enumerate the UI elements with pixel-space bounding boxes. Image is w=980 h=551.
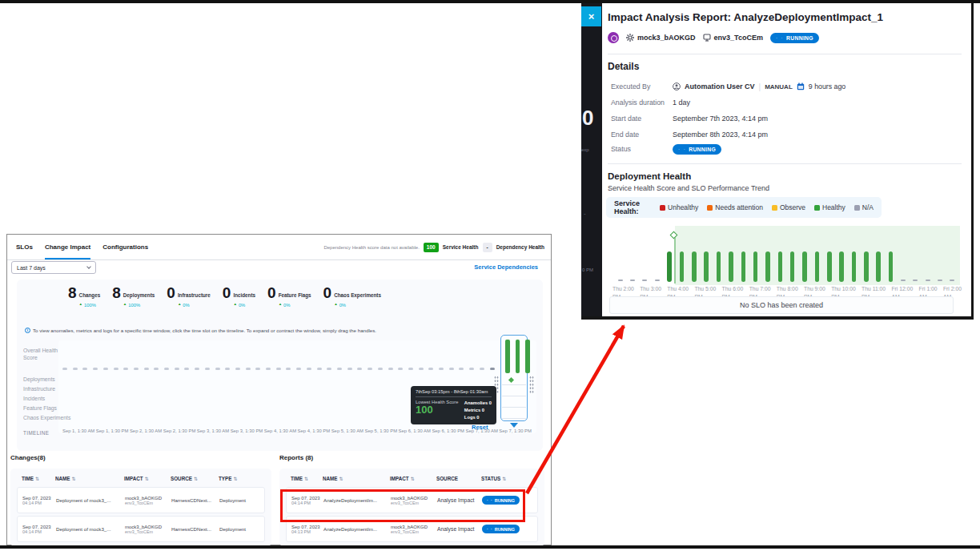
reset-link[interactable]: Reset xyxy=(472,424,488,431)
chart-slot xyxy=(651,280,663,283)
column-header-name[interactable]: NAME⇅ xyxy=(55,476,124,481)
row-time: 04:14 PM xyxy=(291,501,323,505)
trigger-type: MANUAL xyxy=(765,83,793,90)
metric-value: 8 xyxy=(112,285,121,308)
chart-slot xyxy=(860,251,872,282)
metric-value: 0 xyxy=(267,285,276,308)
na-dash xyxy=(144,368,149,370)
bottom-border xyxy=(0,545,980,549)
healthy-bar xyxy=(704,251,709,282)
na-dash xyxy=(655,280,660,282)
timeline-tick: Sep 5, 1:30 PM xyxy=(364,428,397,433)
timeline-tick: Sep 4, 1:30 AM xyxy=(264,428,296,433)
na-dash xyxy=(938,280,942,282)
cell-time: Sep 07, 202304:13 PM xyxy=(287,525,323,534)
divider xyxy=(608,54,962,54)
dependency-health-badge: - xyxy=(483,243,492,252)
timeline-card: 8Changes▲100%8Deployments▲100%0Infrastru… xyxy=(17,280,543,451)
healthy-bar xyxy=(790,251,795,282)
chart-slot xyxy=(701,251,713,282)
timeline-selection-window[interactable] xyxy=(500,335,528,421)
detail-value: 1 day xyxy=(673,99,690,107)
legend-swatch xyxy=(814,205,820,211)
chart-slot xyxy=(614,280,626,283)
tick-line1: Thu 7:00 xyxy=(749,285,771,293)
chart-slot xyxy=(798,251,810,282)
column-header-label: TIME xyxy=(22,476,34,481)
na-dash xyxy=(62,368,67,370)
user-icon xyxy=(673,82,681,90)
tick-line1: Fri 12:00 xyxy=(891,285,913,293)
trend-up-icon: ▲ xyxy=(79,303,82,307)
metric-label: Incidents xyxy=(233,292,255,298)
table-row[interactable]: Sep 07, 202304:13 PMAnalyzeDeploymentIm.… xyxy=(286,516,538,542)
underlay-fragment: 0 xyxy=(582,106,593,131)
tab-change-impact[interactable]: Change Impact xyxy=(45,235,90,259)
changes-table-title: Changes(8) xyxy=(10,454,46,461)
na-dash xyxy=(215,368,220,370)
chart-slot xyxy=(761,251,773,282)
column-header-source[interactable]: SOURCE⇅ xyxy=(171,476,219,481)
legend-label: Needs attention xyxy=(715,203,763,211)
table-row[interactable]: Sep 07, 202304:14 PMDeployment of mock3_… xyxy=(17,487,265,513)
service-health-label: Service Health xyxy=(443,244,479,250)
row-date: Sep 07, 2023 xyxy=(22,496,56,501)
table-row[interactable]: Sep 07, 202304:14 PMDeployment of mock3_… xyxy=(17,516,265,542)
time-range-dropdown[interactable]: Last 7 days xyxy=(11,261,96,274)
healthy-bar xyxy=(827,251,832,282)
column-header-status[interactable]: STATUS⇅ xyxy=(481,476,538,481)
column-header-impact[interactable]: IMPACT⇅ xyxy=(124,476,171,481)
column-header-type[interactable]: TYPE⇅ xyxy=(219,476,265,481)
column-header-time[interactable]: TIME⇅ xyxy=(286,476,323,481)
column-header-label: IMPACT xyxy=(390,476,409,481)
timeline-tick: Sep 3, 1:30 AM xyxy=(197,428,229,433)
close-icon[interactable]: × xyxy=(581,6,601,26)
chart-slot xyxy=(713,251,725,282)
na-dash xyxy=(642,280,647,282)
timeline-tick: Sep 1, 1:30 AM xyxy=(62,428,94,433)
metric-trend: ▲0% xyxy=(279,303,311,308)
status-text: RUNNING xyxy=(495,498,515,503)
healthy-bar xyxy=(815,251,820,282)
health-summary: Dependency Health score data not availab… xyxy=(323,235,544,259)
trend-up-icon: ▲ xyxy=(123,303,127,307)
legend-swatch xyxy=(854,205,860,211)
column-header-name[interactable]: NAME⇅ xyxy=(323,476,390,481)
metric-detail: Deployments▲100% xyxy=(123,285,155,308)
chart-slot xyxy=(639,280,651,283)
table-row[interactable]: Sep 07, 202304:14 PMAnalyzeDeploymentIm.… xyxy=(286,487,538,513)
tooltip-stat: Metrics 0 xyxy=(464,407,492,414)
na-dash xyxy=(913,280,918,282)
na-dash xyxy=(618,280,623,282)
na-dash xyxy=(276,368,281,370)
service-dependencies-link[interactable]: Service Dependencies xyxy=(474,263,538,271)
column-header-time[interactable]: TIME⇅ xyxy=(17,476,55,481)
cell-time: Sep 07, 202304:14 PM xyxy=(18,496,56,505)
healthy-bar xyxy=(717,251,721,282)
right-drag-handle[interactable] xyxy=(529,376,534,393)
na-dash xyxy=(246,368,251,370)
na-dash xyxy=(184,368,189,370)
cell-name: AnalyzeDeploymentIm... xyxy=(323,497,391,503)
na-dash xyxy=(123,368,128,370)
timeline-tick: Sep 7, 1:30 PM xyxy=(499,428,532,433)
trend-up-icon: ▲ xyxy=(334,303,337,307)
cell-time: Sep 07, 202304:14 PM xyxy=(287,496,323,505)
chart-slot xyxy=(934,280,946,283)
na-dash xyxy=(490,368,495,370)
tab-configurations[interactable]: Configurations xyxy=(102,235,148,259)
executed-by-row: Executed By Automation User CV | MANUAL … xyxy=(611,78,963,95)
chart-slot xyxy=(835,251,847,282)
column-header-label: TIME xyxy=(291,476,303,481)
column-header-impact[interactable]: IMPACT⇅ xyxy=(390,476,436,481)
na-dash xyxy=(225,368,230,370)
change-impact-dashboard: SLOsChange ImpactConfigurations Dependen… xyxy=(6,234,552,545)
selection-row-lines xyxy=(502,374,526,419)
na-dash xyxy=(480,368,484,370)
screenshot-canvas: SLOsChange ImpactConfigurations Dependen… xyxy=(0,0,980,551)
na-dash xyxy=(419,368,424,370)
gear-icon xyxy=(626,34,634,42)
health-bar xyxy=(516,340,520,373)
tab-slos[interactable]: SLOs xyxy=(16,235,33,259)
executed-by-user: Automation User CV xyxy=(685,82,755,90)
